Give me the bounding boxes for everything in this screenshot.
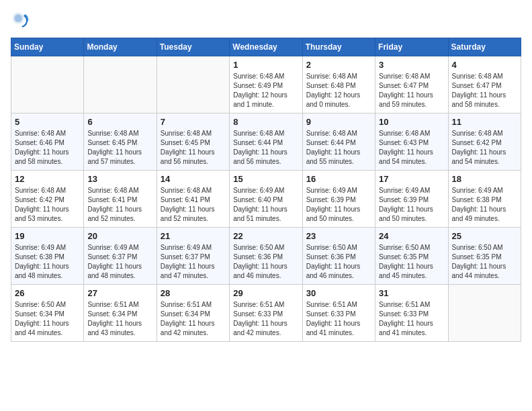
header-monday: Monday bbox=[84, 38, 157, 56]
day-info: Sunrise: 6:50 AMSunset: 6:35 PMDaylight:… bbox=[379, 243, 444, 281]
calendar-cell: 12Sunrise: 6:48 AMSunset: 6:42 PMDayligh… bbox=[11, 171, 84, 228]
calendar-cell: 1Sunrise: 6:48 AMSunset: 6:49 PMDaylight… bbox=[230, 56, 302, 113]
day-number: 18 bbox=[452, 174, 517, 184]
calendar-cell: 15Sunrise: 6:49 AMSunset: 6:40 PMDayligh… bbox=[230, 171, 302, 228]
day-number: 15 bbox=[233, 174, 298, 184]
header-wednesday: Wednesday bbox=[230, 38, 302, 56]
day-number: 19 bbox=[15, 231, 80, 241]
day-info: Sunrise: 6:48 AMSunset: 6:41 PMDaylight:… bbox=[87, 186, 152, 224]
day-info: Sunrise: 6:49 AMSunset: 6:39 PMDaylight:… bbox=[379, 186, 444, 224]
calendar-cell: 11Sunrise: 6:48 AMSunset: 6:42 PMDayligh… bbox=[448, 113, 521, 171]
day-info: Sunrise: 6:48 AMSunset: 6:45 PMDaylight:… bbox=[87, 129, 152, 167]
calendar-cell: 25Sunrise: 6:50 AMSunset: 6:35 PMDayligh… bbox=[448, 228, 521, 285]
days-of-week-row: SundayMondayTuesdayWednesdayThursdayFrid… bbox=[11, 38, 521, 56]
calendar-cell: 24Sunrise: 6:50 AMSunset: 6:35 PMDayligh… bbox=[375, 228, 448, 285]
week-row-5: 26Sunrise: 6:50 AMSunset: 6:34 PMDayligh… bbox=[11, 285, 521, 342]
day-number: 28 bbox=[161, 288, 226, 298]
day-number: 11 bbox=[452, 117, 517, 127]
week-row-2: 5Sunrise: 6:48 AMSunset: 6:46 PMDaylight… bbox=[11, 113, 521, 171]
calendar-cell: 19Sunrise: 6:49 AMSunset: 6:38 PMDayligh… bbox=[11, 228, 84, 285]
day-number: 30 bbox=[306, 288, 371, 298]
day-number: 12 bbox=[15, 174, 80, 184]
calendar-cell: 28Sunrise: 6:51 AMSunset: 6:34 PMDayligh… bbox=[157, 285, 229, 342]
day-info: Sunrise: 6:48 AMSunset: 6:42 PMDaylight:… bbox=[15, 186, 80, 224]
day-number: 10 bbox=[379, 117, 444, 127]
day-info: Sunrise: 6:50 AMSunset: 6:35 PMDaylight:… bbox=[452, 243, 517, 281]
day-number: 4 bbox=[452, 60, 517, 70]
calendar-cell: 2Sunrise: 6:48 AMSunset: 6:48 PMDaylight… bbox=[302, 56, 375, 113]
week-row-4: 19Sunrise: 6:49 AMSunset: 6:38 PMDayligh… bbox=[11, 228, 521, 285]
calendar-header: SundayMondayTuesdayWednesdayThursdayFrid… bbox=[11, 38, 521, 56]
day-info: Sunrise: 6:48 AMSunset: 6:47 PMDaylight:… bbox=[452, 72, 517, 109]
calendar-cell: 14Sunrise: 6:48 AMSunset: 6:41 PMDayligh… bbox=[157, 171, 229, 228]
calendar-cell bbox=[157, 56, 229, 113]
logo-icon bbox=[11, 11, 30, 30]
day-number: 22 bbox=[233, 231, 298, 241]
day-info: Sunrise: 6:48 AMSunset: 6:44 PMDaylight:… bbox=[306, 129, 371, 167]
header-saturday: Saturday bbox=[448, 38, 521, 56]
logo bbox=[11, 11, 32, 30]
day-info: Sunrise: 6:48 AMSunset: 6:42 PMDaylight:… bbox=[452, 129, 517, 167]
calendar-cell: 20Sunrise: 6:49 AMSunset: 6:37 PMDayligh… bbox=[84, 228, 157, 285]
day-info: Sunrise: 6:48 AMSunset: 6:43 PMDaylight:… bbox=[379, 129, 444, 167]
day-number: 1 bbox=[233, 60, 298, 70]
calendar-cell: 17Sunrise: 6:49 AMSunset: 6:39 PMDayligh… bbox=[375, 171, 448, 228]
calendar-cell: 29Sunrise: 6:51 AMSunset: 6:33 PMDayligh… bbox=[230, 285, 302, 342]
day-info: Sunrise: 6:48 AMSunset: 6:45 PMDaylight:… bbox=[161, 129, 226, 167]
calendar-cell: 13Sunrise: 6:48 AMSunset: 6:41 PMDayligh… bbox=[84, 171, 157, 228]
day-info: Sunrise: 6:51 AMSunset: 6:34 PMDaylight:… bbox=[87, 300, 152, 338]
day-info: Sunrise: 6:49 AMSunset: 6:40 PMDaylight:… bbox=[233, 186, 298, 224]
day-info: Sunrise: 6:49 AMSunset: 6:38 PMDaylight:… bbox=[15, 243, 80, 281]
day-number: 2 bbox=[306, 60, 371, 70]
day-info: Sunrise: 6:51 AMSunset: 6:33 PMDaylight:… bbox=[379, 300, 444, 338]
header-tuesday: Tuesday bbox=[157, 38, 229, 56]
day-number: 23 bbox=[306, 231, 371, 241]
day-number: 6 bbox=[87, 117, 152, 127]
week-row-3: 12Sunrise: 6:48 AMSunset: 6:42 PMDayligh… bbox=[11, 171, 521, 228]
calendar-cell: 30Sunrise: 6:51 AMSunset: 6:33 PMDayligh… bbox=[302, 285, 375, 342]
day-info: Sunrise: 6:50 AMSunset: 6:34 PMDaylight:… bbox=[15, 300, 80, 338]
day-info: Sunrise: 6:48 AMSunset: 6:49 PMDaylight:… bbox=[233, 72, 298, 109]
day-info: Sunrise: 6:48 AMSunset: 6:44 PMDaylight:… bbox=[233, 129, 298, 167]
day-info: Sunrise: 6:48 AMSunset: 6:46 PMDaylight:… bbox=[15, 129, 80, 167]
day-number: 8 bbox=[233, 117, 298, 127]
day-info: Sunrise: 6:49 AMSunset: 6:39 PMDaylight:… bbox=[306, 186, 371, 224]
calendar-cell bbox=[11, 56, 84, 113]
calendar-cell: 8Sunrise: 6:48 AMSunset: 6:44 PMDaylight… bbox=[230, 113, 302, 171]
header-friday: Friday bbox=[375, 38, 448, 56]
day-number: 26 bbox=[15, 288, 80, 298]
calendar-cell: 27Sunrise: 6:51 AMSunset: 6:34 PMDayligh… bbox=[84, 285, 157, 342]
day-number: 27 bbox=[87, 288, 152, 298]
day-number: 24 bbox=[379, 231, 444, 241]
day-info: Sunrise: 6:51 AMSunset: 6:33 PMDaylight:… bbox=[233, 300, 298, 338]
calendar-cell: 16Sunrise: 6:49 AMSunset: 6:39 PMDayligh… bbox=[302, 171, 375, 228]
day-info: Sunrise: 6:49 AMSunset: 6:37 PMDaylight:… bbox=[87, 243, 152, 281]
day-number: 29 bbox=[233, 288, 298, 298]
calendar-cell bbox=[84, 56, 157, 113]
calendar-cell: 21Sunrise: 6:49 AMSunset: 6:37 PMDayligh… bbox=[157, 228, 229, 285]
calendar-cell: 26Sunrise: 6:50 AMSunset: 6:34 PMDayligh… bbox=[11, 285, 84, 342]
calendar-cell: 10Sunrise: 6:48 AMSunset: 6:43 PMDayligh… bbox=[375, 113, 448, 171]
day-info: Sunrise: 6:49 AMSunset: 6:38 PMDaylight:… bbox=[452, 186, 517, 224]
day-number: 5 bbox=[15, 117, 80, 127]
day-info: Sunrise: 6:50 AMSunset: 6:36 PMDaylight:… bbox=[306, 243, 371, 281]
calendar-cell: 3Sunrise: 6:48 AMSunset: 6:47 PMDaylight… bbox=[375, 56, 448, 113]
day-number: 9 bbox=[306, 117, 371, 127]
day-info: Sunrise: 6:50 AMSunset: 6:36 PMDaylight:… bbox=[233, 243, 298, 281]
calendar-cell: 18Sunrise: 6:49 AMSunset: 6:38 PMDayligh… bbox=[448, 171, 521, 228]
day-number: 25 bbox=[452, 231, 517, 241]
day-number: 21 bbox=[161, 231, 226, 241]
day-number: 13 bbox=[87, 174, 152, 184]
calendar-cell bbox=[448, 285, 521, 342]
day-info: Sunrise: 6:51 AMSunset: 6:34 PMDaylight:… bbox=[161, 300, 226, 338]
calendar-cell: 6Sunrise: 6:48 AMSunset: 6:45 PMDaylight… bbox=[84, 113, 157, 171]
day-info: Sunrise: 6:48 AMSunset: 6:47 PMDaylight:… bbox=[379, 72, 444, 109]
week-row-1: 1Sunrise: 6:48 AMSunset: 6:49 PMDaylight… bbox=[11, 56, 521, 113]
calendar: SundayMondayTuesdayWednesdayThursdayFrid… bbox=[11, 38, 521, 342]
day-number: 7 bbox=[161, 117, 226, 127]
day-number: 31 bbox=[379, 288, 444, 298]
calendar-cell: 4Sunrise: 6:48 AMSunset: 6:47 PMDaylight… bbox=[448, 56, 521, 113]
page-header bbox=[11, 11, 521, 30]
day-number: 16 bbox=[306, 174, 371, 184]
day-number: 14 bbox=[161, 174, 226, 184]
